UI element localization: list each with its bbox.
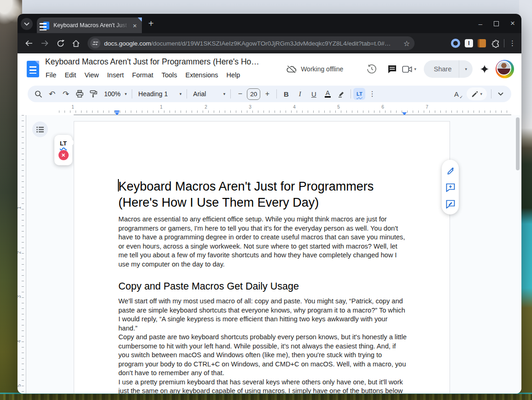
undo-button[interactable]: ↶ <box>45 87 59 101</box>
highlighter-icon <box>337 90 345 98</box>
videocam-icon <box>402 66 412 73</box>
document-paragraph[interactable]: We'll start off with my most used macro … <box>118 297 407 333</box>
hide-menus-button[interactable] <box>494 87 508 101</box>
forward-button[interactable] <box>37 40 53 46</box>
menu-tools[interactable]: Tools <box>158 70 181 80</box>
bold-button[interactable]: B <box>279 87 293 101</box>
back-button[interactable] <box>21 40 37 46</box>
tab-title: Keyboard Macros Aren't Just fo <box>53 22 131 29</box>
zoom-select[interactable]: 100% ▾ <box>100 87 129 101</box>
url-domain: docs.google.com <box>104 40 151 47</box>
document-paragraph[interactable]: I use a pretty premium keyboard that has… <box>118 378 407 394</box>
menu-view[interactable]: View <box>80 70 103 80</box>
i-extension-icon[interactable]: I <box>465 39 473 47</box>
ruler-number: 1 <box>160 104 163 110</box>
back-arrow-icon <box>25 40 33 46</box>
styles-value: Heading 1 <box>137 90 169 98</box>
close-button[interactable]: × <box>510 19 515 28</box>
spelling-check-button[interactable]: A✓ <box>451 87 465 101</box>
document-text[interactable]: Keyboard Macros Aren't Just for Programm… <box>118 179 407 394</box>
reload-button[interactable] <box>53 40 68 47</box>
search-menus-button[interactable] <box>31 87 45 101</box>
text-color-button[interactable]: A <box>321 87 334 101</box>
ruler-number: 3 <box>18 296 22 298</box>
menu-file[interactable]: File <box>41 70 60 80</box>
maximize-button[interactable] <box>494 21 499 26</box>
highlight-color-button[interactable] <box>334 87 348 101</box>
languagetool-logo: LT <box>60 140 67 147</box>
decrease-font-size-button[interactable]: − <box>233 87 247 101</box>
caret-down-icon[interactable]: ▾ <box>414 67 416 71</box>
extensions-area: I ⋮ <box>451 33 516 53</box>
suggest-edits-icon[interactable] <box>446 200 455 209</box>
desktop: { "colors":{"accent_blue":"#1a73e8","doc… <box>0 0 532 400</box>
comment-history-button[interactable] <box>382 64 402 74</box>
tab-close-icon[interactable]: × <box>131 22 138 29</box>
share-caret-icon[interactable]: ▾ <box>459 67 473 71</box>
print-button[interactable] <box>73 87 87 101</box>
document-heading-1[interactable]: Keyboard Macros Aren't Just for Programm… <box>118 179 407 211</box>
document-canvas: 1 2 3 4 5 LT ✕ Keyboard Macros Aren't Ju… <box>18 115 521 394</box>
menu-format[interactable]: Format <box>128 70 158 80</box>
browser-menu-icon[interactable]: ⋮ <box>509 39 516 47</box>
toolbar-separator <box>276 89 277 99</box>
vertical-scrollbar-thumb[interactable] <box>516 117 520 170</box>
search-icon <box>35 90 42 98</box>
show-outline-button[interactable] <box>32 122 48 137</box>
languagetool-toolbar-button[interactable]: LT <box>353 88 365 100</box>
menu-help[interactable]: Help <box>222 70 245 80</box>
paragraph-styles-select[interactable]: Heading 1 ▾ <box>134 87 184 101</box>
browser-tab[interactable]: Keyboard Macros Aren't Just fo × <box>37 17 142 33</box>
font-select[interactable]: Arial ▾ <box>189 87 228 101</box>
ruler-number: 3 <box>249 104 251 110</box>
home-button[interactable] <box>68 40 84 47</box>
more-tools-button[interactable]: ⋮ <box>365 87 379 101</box>
paint-format-button[interactable] <box>87 87 100 101</box>
extensions-puzzle-icon[interactable] <box>491 39 499 48</box>
document-paragraph[interactable]: Copy and paste are two keyboard shortcut… <box>118 333 407 378</box>
url-path: /document/d/19W1SKSZIAeIz9KAgowTOr0JjRGm… <box>151 40 391 47</box>
window-controls: – × <box>479 14 515 33</box>
share-button[interactable]: Share ▾ <box>424 60 473 78</box>
redo-button[interactable]: ↷ <box>59 87 73 101</box>
spellcheck-icon: A✓ <box>454 90 462 98</box>
password-manager-extension-icon[interactable] <box>451 39 460 48</box>
menu-edit[interactable]: Edit <box>60 70 80 80</box>
minimize-button[interactable]: – <box>479 20 482 28</box>
ruler-number: 5 <box>18 384 22 387</box>
font-size-input[interactable]: 20 <box>247 88 260 100</box>
bookmark-star-icon[interactable]: ☆ <box>403 39 410 48</box>
version-history-button[interactable] <box>362 64 382 74</box>
add-comment-icon[interactable] <box>446 183 455 192</box>
menu-extensions[interactable]: Extensions <box>181 70 222 80</box>
languagetool-widget[interactable]: LT ✕ <box>54 135 72 165</box>
join-call-button[interactable]: ▾ <box>402 66 416 73</box>
font-value: Arial <box>192 90 207 98</box>
docs-logo[interactable] <box>27 61 39 77</box>
site-settings-icon <box>93 41 98 46</box>
tab-search-button[interactable] <box>21 18 33 30</box>
document-title[interactable]: Keyboard Macros Aren't Just for Programm… <box>45 57 259 67</box>
url-text[interactable]: docs.google.com/document/d/19W1SKSZIAeIz… <box>104 40 401 47</box>
gemini-button[interactable] <box>480 64 489 74</box>
editing-mode-button[interactable]: ▾ <box>467 87 487 100</box>
site-info-button[interactable] <box>90 38 100 48</box>
menu-insert[interactable]: Insert <box>103 70 128 80</box>
help-me-write-icon[interactable] <box>446 166 455 175</box>
new-tab-button[interactable]: + <box>148 20 154 28</box>
languagetool-error-badge[interactable]: ✕ <box>58 150 69 160</box>
comment-icon <box>387 64 397 74</box>
chevron-down-icon <box>24 22 29 26</box>
tab-strip: Keyboard Macros Aren't Just fo × + – × <box>18 14 521 33</box>
omnibox[interactable]: docs.google.com/document/d/19W1SKSZIAeIz… <box>88 36 415 50</box>
italic-button[interactable]: I <box>293 87 307 101</box>
increase-font-size-button[interactable]: + <box>260 87 274 101</box>
underline-button[interactable]: U <box>307 87 321 101</box>
account-avatar[interactable] <box>496 60 514 78</box>
document-heading-2[interactable]: Copy and Paste Macros Get Daily Usage <box>118 280 407 293</box>
reload-icon <box>57 40 64 47</box>
notebook-extension-icon[interactable] <box>478 39 486 47</box>
document-page[interactable]: Keyboard Macros Aren't Just for Programm… <box>74 121 450 394</box>
caret-down-icon: ▾ <box>180 92 182 96</box>
document-paragraph[interactable]: Macros are essential to any efficient of… <box>118 215 407 269</box>
